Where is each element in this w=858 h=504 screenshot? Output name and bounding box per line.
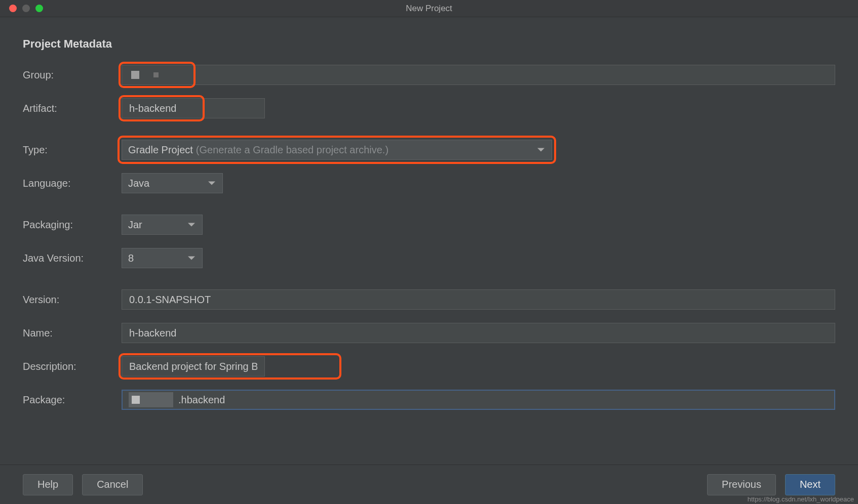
minimize-window-icon[interactable]	[22, 5, 30, 12]
chevron-down-icon	[208, 182, 215, 185]
version-input[interactable]	[122, 289, 835, 310]
previous-button[interactable]: Previous	[707, 474, 776, 495]
artifact-input[interactable]	[122, 98, 265, 118]
row-name: Name:	[23, 323, 835, 343]
group-label: Group:	[23, 69, 122, 81]
name-label: Name:	[23, 327, 122, 339]
watermark-text: https://blog.csdn.net/lxh_worldpeace	[748, 495, 854, 503]
row-artifact: Artifact:	[23, 98, 835, 118]
type-hint: (Generate a Gradle based project archive…	[196, 144, 388, 156]
titlebar: New Project	[0, 0, 858, 17]
packaging-value: Jar	[128, 219, 142, 231]
chevron-down-icon	[188, 223, 195, 227]
package-input[interactable]: .hbackend	[122, 390, 835, 410]
chevron-down-icon	[537, 148, 544, 152]
chevron-down-icon	[188, 257, 195, 260]
package-label: Package:	[23, 394, 122, 406]
type-select[interactable]: Gradle Project (Generate a Gradle based …	[122, 140, 552, 160]
group-input[interactable]	[122, 65, 835, 85]
packaging-label: Packaging:	[23, 219, 122, 231]
row-type: Type: Gradle Project (Generate a Gradle …	[23, 140, 835, 160]
language-value: Java	[128, 178, 149, 189]
section-title: Project Metadata	[23, 37, 835, 51]
row-version: Version:	[23, 289, 835, 310]
description-input[interactable]	[122, 356, 265, 376]
row-language: Language: Java	[23, 173, 835, 193]
java-version-select[interactable]: 8	[122, 248, 203, 268]
row-group: Group:	[23, 65, 835, 85]
java-version-label: Java Version:	[23, 253, 122, 264]
name-input[interactable]	[122, 323, 835, 343]
type-label: Type:	[23, 144, 122, 156]
row-description: Description:	[23, 356, 835, 376]
window-title: New Project	[406, 4, 452, 14]
maximize-window-icon[interactable]	[35, 5, 43, 12]
dialog-content: Project Metadata Group: Artifact: Type: …	[0, 17, 858, 410]
row-java-version: Java Version: 8	[23, 248, 835, 268]
packaging-select[interactable]: Jar	[122, 215, 203, 235]
window-controls	[0, 5, 43, 12]
next-button[interactable]: Next	[785, 474, 835, 495]
artifact-label: Artifact:	[23, 103, 122, 114]
row-packaging: Packaging: Jar	[23, 215, 835, 235]
description-label: Description:	[23, 361, 122, 372]
row-package: Package: .hbackend	[23, 390, 835, 410]
close-window-icon[interactable]	[9, 5, 17, 12]
type-value: Gradle Project	[128, 144, 193, 156]
redacted-text-icon	[129, 392, 173, 407]
redacted-text-icon	[129, 71, 159, 79]
dialog-footer: Help Cancel Previous Next	[0, 465, 858, 504]
java-version-value: 8	[128, 253, 134, 264]
language-select[interactable]: Java	[122, 173, 223, 193]
help-button[interactable]: Help	[23, 474, 73, 495]
version-label: Version:	[23, 294, 122, 306]
language-label: Language:	[23, 178, 122, 189]
cancel-button[interactable]: Cancel	[82, 474, 143, 495]
package-value-suffix: .hbackend	[178, 394, 225, 406]
